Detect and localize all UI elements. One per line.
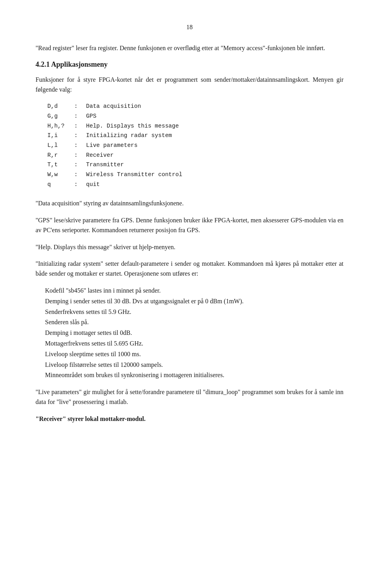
menu-line: H,h,? : Help. Displays this message — [47, 121, 343, 131]
menu-colon: : — [74, 170, 86, 180]
list-item: Senderen slås på. — [45, 317, 343, 327]
page-number: 18 — [36, 24, 343, 31]
init-list: Kodefil "sb456" lastes inn i minnet på s… — [45, 286, 343, 380]
menu-colon: : — [74, 180, 86, 190]
menu-line: T,t : Transmitter — [47, 160, 343, 170]
list-item: Demping i mottager settes til 0dB. — [45, 328, 343, 338]
menu-colon: : — [74, 121, 86, 131]
menu-colon: : — [74, 141, 86, 150]
menu-colon: : — [74, 111, 86, 121]
menu-key: L,l — [47, 141, 74, 150]
menu-colon: : — [74, 131, 86, 141]
menu-key: G,g — [47, 111, 74, 121]
menu-desc: Data acquisition — [86, 101, 141, 111]
help-paragraph: "Help. Displays this message" skriver ut… — [36, 242, 343, 252]
menu-line: L,l : Live parameters — [47, 141, 343, 150]
list-item: Kodefil "sb456" lastes inn i minnet på s… — [45, 286, 343, 296]
menu-desc: Help. Displays this message — [86, 121, 179, 131]
menu-desc: Wireless Transmitter control — [86, 170, 182, 180]
list-item: Minneområdet som brukes til synkroniseri… — [45, 370, 343, 380]
init-paragraph: "Initializing radar system" setter defau… — [36, 259, 343, 279]
menu-colon: : — [74, 160, 86, 170]
menu-key: T,t — [47, 160, 74, 170]
menu-desc: Receiver — [86, 150, 114, 160]
menu-key: I,i — [47, 131, 74, 141]
menu-line: D,d : Data acquisition — [47, 101, 343, 111]
intro-paragraph: "Read register" leser fra register. Denn… — [36, 43, 343, 53]
menu-colon: : — [74, 150, 86, 160]
menu-block: D,d : Data acquisitionG,g : GPSH,h,? : H… — [36, 101, 343, 189]
menu-desc: Transmitter — [86, 160, 124, 170]
list-item: Mottagerfrekvens settes til 5.695 GHz. — [45, 339, 343, 349]
gps-paragraph: "GPS" lese/skrive parametere fra GPS. De… — [36, 216, 343, 235]
list-item: Liveloop filstørrelse settes til 120000 … — [45, 360, 343, 370]
menu-line: W,w : Wireless Transmitter control — [47, 170, 343, 180]
menu-desc: Initializing radar system — [86, 131, 172, 141]
live-paragraph: "Live parameters" gir mulighet for å set… — [36, 387, 343, 407]
menu-key: q — [47, 180, 74, 190]
menu-colon: : — [74, 101, 86, 111]
menu-line: G,g : GPS — [47, 111, 343, 121]
menu-line: R,r : Receiver — [47, 150, 343, 160]
list-item: Demping i sender settes til 30 dB. Dvs a… — [45, 297, 343, 306]
section-heading: 4.2.1 Applikasjonsmeny — [36, 60, 343, 69]
section-intro: Funksjoner for å styre FPGA-kortet når d… — [36, 75, 343, 95]
menu-key: D,d — [47, 101, 74, 111]
data-acq-paragraph: "Data acquisition" styring av datainnsam… — [36, 199, 343, 209]
menu-line: q : quit — [47, 180, 343, 190]
menu-key: W,w — [47, 170, 74, 180]
menu-key: H,h,? — [47, 121, 74, 131]
menu-desc: quit — [86, 180, 100, 190]
menu-line: I,i : Initializing radar system — [47, 131, 343, 141]
list-item: Liveloop sleeptime settes til 1000 ms. — [45, 349, 343, 359]
receiver-paragraph: "Receiver" styrer lokal mottaker-modul. — [36, 414, 343, 424]
list-item: Senderfrekvens settes til 5.9 GHz. — [45, 307, 343, 317]
menu-key: R,r — [47, 150, 74, 160]
menu-desc: Live parameters — [86, 141, 138, 150]
menu-desc: GPS — [86, 111, 96, 121]
